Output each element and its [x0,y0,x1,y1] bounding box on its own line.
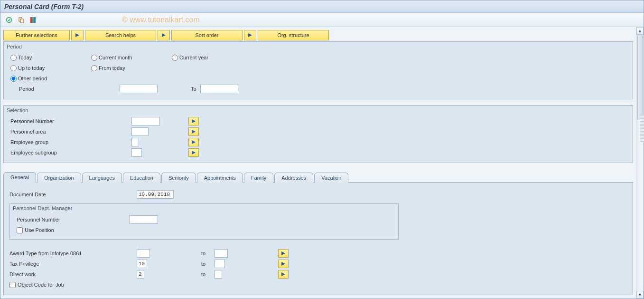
sort-order-arrow-button[interactable] [158,30,170,40]
radio-today[interactable]: Today [10,55,91,61]
tab-general[interactable]: General [3,172,36,183]
arrow-right-icon [248,33,252,37]
employee-group-label: Employee group [10,139,131,145]
arrow-right-icon [192,140,196,144]
svg-rect-4 [32,17,34,23]
direct-work-to-input[interactable] [215,270,222,279]
award-type-to-input[interactable] [215,249,228,258]
radio-other-period-label: Other period [18,76,47,81]
document-date-input[interactable] [137,190,174,199]
tab-languages[interactable]: Languages [82,173,122,183]
arrow-right-icon [281,262,285,266]
radio-today-label: Today [18,55,32,60]
personnel-area-label: Personnel area [10,129,131,135]
period-to-label: To [191,86,196,92]
use-position-label: Use Position [25,227,54,233]
svg-rect-2 [20,19,23,23]
use-position-checkbox[interactable]: Use Position [17,227,54,233]
arrow-right-icon [75,33,79,37]
variant-get-icon[interactable] [17,16,26,24]
main-content: Further selections Search helps Sort ord… [0,27,636,299]
org-structure-arrow-button[interactable] [244,30,256,40]
arrow-right-icon [281,251,285,255]
personnel-number-label: Personnel Number [10,118,131,124]
radio-from-today[interactable]: From today [91,65,172,71]
tab-organization[interactable]: Organization [37,173,81,183]
selection-group: Selection Personnel Number Personnel are… [3,105,633,163]
object-code-checkbox[interactable]: Object Code for Job [9,282,64,288]
period-group: Period Today Current month Current year … [3,41,633,99]
execute-icon[interactable] [4,16,14,24]
period-group-title: Period [6,44,635,51]
tab-appointments[interactable]: Appointments [197,173,243,183]
personnel-area-input[interactable] [131,127,149,136]
content-grip [640,114,644,143]
tab-vacation[interactable]: Vacation [314,173,348,183]
scroll-up-button[interactable]: ▲ [636,27,644,35]
object-code-label: Object Code for Job [18,282,64,288]
direct-work-multi-button[interactable] [278,270,289,279]
direct-work-to-label: to [201,271,215,277]
personnel-dept-manager-group: Personnel Dept. Manager Personnel Number… [9,203,399,240]
radio-current-month[interactable]: Current month [91,55,172,61]
employee-group-input[interactable] [131,138,139,146]
vertical-scrollbar[interactable]: ▲ ▼ [636,27,644,299]
tab-bar: General Organization Languages Education… [3,172,633,182]
tax-privilege-from-input[interactable] [137,260,147,268]
scroll-thumb[interactable] [637,35,643,120]
document-date-label: Document Date [9,192,137,197]
tab-seniority[interactable]: Seniority [161,173,196,183]
arrow-right-icon [192,151,196,154]
arrow-right-icon [192,130,196,134]
tax-privilege-label: Tax Privilege [9,261,137,267]
tab-family[interactable]: Family [244,173,273,183]
radio-current-year[interactable]: Current year [172,55,252,61]
employee-subgroup-multi-button[interactable] [188,148,199,157]
pdm-group-title: Personnel Dept. Manager [10,204,398,212]
tax-privilege-to-input[interactable] [215,260,225,268]
employee-subgroup-label: Employee subgroup [10,150,131,155]
pdm-personnel-number-input[interactable] [130,215,158,224]
sort-order-button[interactable]: Sort order [171,30,243,40]
selection-group-title: Selection [6,107,635,115]
personnel-number-input[interactable] [131,117,160,125]
personnel-area-multi-button[interactable] [188,127,199,136]
award-type-multi-button[interactable] [278,249,289,258]
radio-current-month-label: Current month [99,55,132,60]
selection-action-row: Further selections Search helps Sort ord… [3,30,633,40]
period-to-input[interactable] [200,85,238,93]
window-title: Personal Card (Form T-2) [0,0,644,13]
award-type-to-label: to [201,251,215,256]
radio-up-to-today[interactable]: Up to today [10,65,91,71]
radio-other-period[interactable]: Other period [10,76,91,82]
award-type-from-input[interactable] [137,249,150,258]
arrow-right-icon [281,272,285,276]
further-selections-button[interactable]: Further selections [3,30,70,40]
personnel-number-multi-button[interactable] [188,117,199,125]
search-helps-arrow-button[interactable] [71,30,84,40]
color-legend-icon[interactable] [29,16,38,24]
pdm-personnel-number-label: Personnel Number [17,217,130,222]
employee-subgroup-input[interactable] [131,148,142,157]
tax-privilege-to-label: to [201,261,215,267]
svg-rect-5 [34,17,36,23]
tab-panel-general: Document Date Personnel Dept. Manager Pe… [3,182,633,295]
org-structure-button[interactable]: Org. structure [258,30,329,40]
direct-work-label: Direct work [9,271,137,277]
scroll-down-button[interactable]: ▼ [636,291,644,299]
direct-work-from-input[interactable] [137,270,144,279]
search-helps-button[interactable]: Search helps [85,30,156,40]
radio-up-to-today-label: Up to today [18,65,45,71]
tab-addresses[interactable]: Addresses [274,173,313,183]
period-from-input[interactable] [120,85,158,93]
award-type-label: Award Type from Infotype 0861 [9,251,137,256]
watermark-text: © www.tutorialkart.com [122,16,200,24]
employee-group-multi-button[interactable] [188,138,199,146]
arrow-right-icon [162,33,166,37]
arrow-right-icon [192,119,196,123]
tax-privilege-multi-button[interactable] [278,260,289,268]
tab-education[interactable]: Education [123,173,160,183]
application-toolbar: © www.tutorialkart.com [0,13,644,27]
period-label: Period [19,86,120,92]
radio-from-today-label: From today [99,65,125,71]
